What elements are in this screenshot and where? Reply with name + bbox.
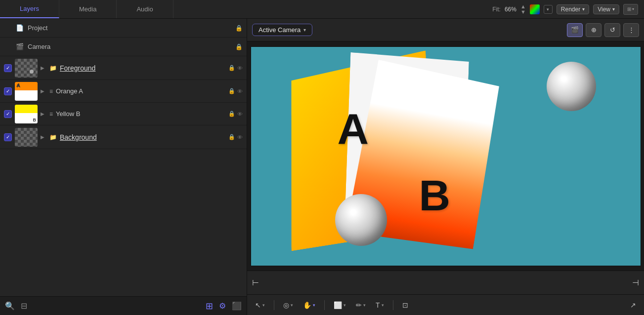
color-picker[interactable] bbox=[530, 4, 540, 14]
tab-layers[interactable]: Layers bbox=[0, 0, 59, 18]
yellow-b-expand-icon[interactable]: ▶ bbox=[41, 111, 46, 117]
grid-icon[interactable]: ⊞ bbox=[206, 301, 213, 312]
layer-yellow-b-row[interactable]: B ▶ ≡ Yellow B 🔒 👁 bbox=[0, 103, 247, 125]
foreground-checkbox[interactable] bbox=[4, 64, 12, 72]
layer-camera-row[interactable]: 🎬 Camera 🔒 bbox=[0, 38, 247, 56]
tab-media[interactable]: Media bbox=[59, 0, 117, 18]
text-icon: T bbox=[376, 301, 380, 309]
tool-sep-3 bbox=[393, 300, 393, 310]
bottom-tools-bar: ↖ ▾ ◎ ▾ ✋ ▾ ⬜ ▾ ✏ ▾ bbox=[247, 294, 644, 315]
resize-tool-btn[interactable]: ↗ bbox=[627, 300, 639, 311]
playback-end-btn[interactable]: ⊣ bbox=[632, 278, 639, 287]
yellow-b-paper-icon: ≡ bbox=[49, 111, 53, 118]
view-dropdown[interactable]: View bbox=[593, 4, 619, 14]
background-thumb bbox=[15, 128, 38, 147]
scene-container: A B bbox=[251, 47, 641, 266]
video-view-btn[interactable]: 🎬 bbox=[567, 23, 583, 37]
foreground-thumb bbox=[15, 59, 38, 78]
text-arrow-icon: ▾ bbox=[382, 303, 384, 308]
layer-background-row[interactable]: ▶ 📁 Background 🔒 👁 bbox=[0, 125, 247, 149]
background-actions: 🔒 👁 bbox=[228, 134, 243, 140]
orange-a-expand-icon[interactable]: ▶ bbox=[41, 88, 46, 94]
hand-arrow-icon: ▾ bbox=[313, 303, 315, 308]
project-lock-icon: 🔒 bbox=[235, 25, 243, 32]
layer-project-row[interactable]: 📄 Project 🔒 bbox=[0, 19, 247, 38]
wireframe-view-btn[interactable]: ⊕ bbox=[586, 23, 601, 37]
compose-icon: ⊡ bbox=[402, 301, 408, 309]
canvas-viewport: A B bbox=[251, 46, 641, 266]
render-dropdown[interactable]: Render bbox=[557, 4, 589, 14]
camera-name: Camera bbox=[28, 43, 231, 50]
active-camera-button[interactable]: Active Camera bbox=[252, 24, 312, 36]
background-name: Background bbox=[60, 133, 225, 141]
foreground-expand-icon[interactable]: ▶ bbox=[41, 65, 46, 71]
tool-sep-2 bbox=[324, 300, 325, 310]
fit-value: 66% bbox=[505, 6, 516, 13]
yellow-b-checkbox[interactable] bbox=[4, 110, 12, 118]
yellow-b-name: Yellow B bbox=[56, 110, 225, 118]
tool-sep-1 bbox=[274, 300, 274, 310]
layer-orange-a-row[interactable]: A ▶ ≡ Orange A 🔒 👁 bbox=[0, 80, 247, 103]
camera-lock-icon: 🔒 bbox=[235, 43, 243, 50]
orange-a-checkbox[interactable] bbox=[4, 87, 12, 95]
project-name: Project bbox=[28, 24, 231, 32]
tab-audio[interactable]: Audio bbox=[117, 0, 173, 18]
orange-a-name: Orange A bbox=[56, 87, 225, 95]
yellow-b-lock-icon: 🔒 bbox=[228, 111, 235, 117]
foreground-vis-icon: 👁 bbox=[237, 65, 243, 71]
canvas-area: A B bbox=[247, 41, 644, 271]
sphere-top-right bbox=[547, 62, 596, 111]
hand-tool-btn[interactable]: ✋ ▾ bbox=[300, 300, 318, 311]
playback-bar: ⊢ ⊣ bbox=[247, 271, 644, 294]
orbit-arrow-icon: ▾ bbox=[291, 303, 293, 308]
background-expand-icon[interactable]: ▶ bbox=[41, 134, 46, 140]
orange-a-paper-icon: ≡ bbox=[49, 88, 53, 95]
background-vis-icon: 👁 bbox=[237, 134, 243, 140]
background-lock-icon: 🔒 bbox=[228, 134, 235, 140]
rotate-view-btn[interactable]: ↺ bbox=[604, 23, 620, 37]
select-arrow-icon: ▾ bbox=[262, 303, 265, 308]
orbit-icon: ◎ bbox=[283, 301, 289, 309]
layers-spacer bbox=[0, 149, 247, 296]
foreground-folder-icon: 📁 bbox=[49, 65, 57, 72]
brush-arrow-icon: ▾ bbox=[363, 303, 366, 308]
color-dropdown[interactable]: ▾ bbox=[544, 5, 553, 14]
camera-icon: 🎬 bbox=[16, 43, 24, 50]
orbit-tool-btn[interactable]: ◎ ▾ bbox=[280, 300, 296, 311]
orange-a-thumb: A bbox=[15, 82, 38, 101]
layout-icon[interactable]: ⊟ bbox=[21, 301, 27, 311]
search-icon[interactable]: 🔍 bbox=[5, 301, 15, 311]
foreground-lock-icon: 🔒 bbox=[228, 65, 235, 71]
brush-tool-btn[interactable]: ✏ ▾ bbox=[353, 300, 369, 311]
text-tool-btn[interactable]: T ▾ bbox=[373, 300, 387, 311]
shape-tool-btn[interactable]: ⬜ ▾ bbox=[331, 300, 349, 311]
settings-icon[interactable]: ⚙ bbox=[219, 301, 226, 311]
hand-icon: ✋ bbox=[303, 301, 311, 309]
letter-a: A bbox=[338, 104, 369, 154]
orange-a-lock-icon: 🔒 bbox=[228, 88, 235, 94]
yellow-b-thumb: B bbox=[15, 105, 38, 123]
more-options-btn[interactable]: ⋮ bbox=[623, 23, 639, 37]
fit-label: Fit: bbox=[492, 6, 501, 13]
shape-arrow-icon: ▾ bbox=[343, 303, 346, 308]
letter-b: B bbox=[419, 170, 451, 221]
foreground-actions: 🔒 👁 bbox=[228, 65, 243, 71]
brush-icon: ✏ bbox=[356, 301, 362, 309]
background-checkbox[interactable] bbox=[4, 133, 12, 141]
playback-start-btn[interactable]: ⊢ bbox=[252, 278, 259, 287]
shape-icon: ⬜ bbox=[334, 301, 342, 309]
sphere-bottom-left bbox=[335, 194, 387, 246]
resize-icon: ↗ bbox=[630, 301, 636, 309]
select-tool-btn[interactable]: ↖ ▾ bbox=[252, 300, 268, 311]
foreground-name: Foreground bbox=[60, 64, 225, 72]
fit-spinner[interactable]: ▲▼ bbox=[520, 4, 526, 15]
compose-tool-btn[interactable]: ⊡ bbox=[399, 300, 411, 311]
left-bottom-toolbar: 🔍 ⊟ ⊞ ⚙ ⬛ bbox=[0, 296, 247, 315]
viewport-toolbar: Active Camera 🎬 ⊕ ↺ ⋮ bbox=[247, 19, 644, 41]
export-icon[interactable]: ⬛ bbox=[232, 301, 242, 311]
bottom-right-tools: ↗ bbox=[627, 300, 639, 311]
select-icon: ↖ bbox=[255, 301, 261, 309]
window-layout-btn[interactable]: ⊞ ▾ bbox=[623, 4, 638, 15]
layer-foreground-row[interactable]: ▶ 📁 Foreground 🔒 👁 bbox=[0, 56, 247, 80]
orange-a-actions: 🔒 👁 bbox=[228, 88, 243, 94]
